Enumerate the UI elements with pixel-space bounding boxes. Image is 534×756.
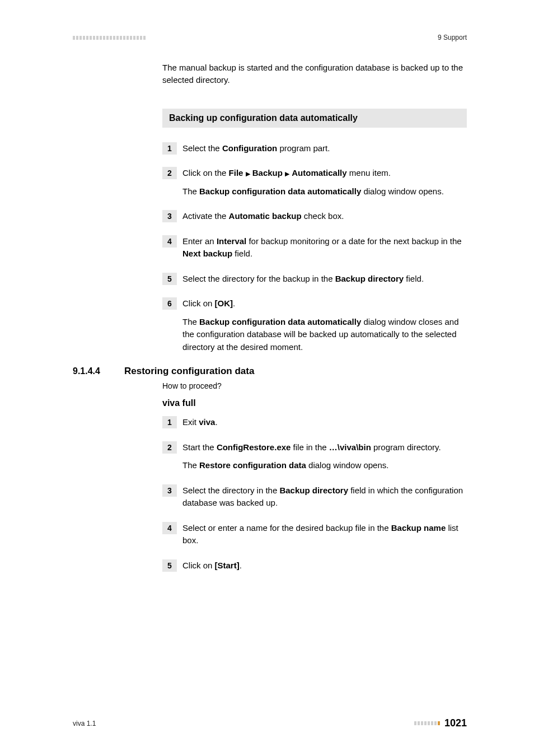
- step-text: Select the directory in the Backup direc…: [182, 484, 467, 510]
- subsection-number: 9.1.4.4: [73, 366, 124, 376]
- step-body: Enter an Interval for backup monitoring …: [182, 235, 467, 260]
- step-text: Click on the File ▶ Backup ▶ Automatical…: [182, 167, 467, 180]
- step-text: The Restore configuration data dialog wi…: [182, 459, 467, 472]
- step-text: The Backup configuration data automatica…: [182, 185, 467, 198]
- step-text: Activate the Automatic backup check box.: [182, 210, 467, 223]
- step-text: Enter an Interval for backup monitoring …: [182, 235, 467, 260]
- footer-right: 1021: [414, 717, 467, 729]
- step-body: Select or enter a name for the desired b…: [182, 522, 467, 547]
- step: 1Select the Configuration program part.: [162, 142, 467, 155]
- step-text: Exit viva.: [182, 416, 467, 429]
- step-number: 5: [162, 273, 177, 285]
- step: 1Exit viva.: [162, 416, 467, 429]
- step-body: Click on the File ▶ Backup ▶ Automatical…: [182, 167, 467, 198]
- step-text: Select the Configuration program part.: [182, 142, 467, 155]
- step-body: Click on [Start].: [182, 559, 467, 572]
- step: 2Start the ConfigRestore.exe file in the…: [162, 441, 467, 472]
- page-header: 9 Support: [73, 34, 467, 41]
- header-section-label: 9 Support: [438, 34, 467, 41]
- subsection-heading-row: 9.1.4.4 Restoring configuration data: [73, 366, 467, 377]
- step: 5Click on [Start].: [162, 559, 467, 572]
- steps-list-2: 1Exit viva.2Start the ConfigRestore.exe …: [162, 416, 467, 572]
- step: 4Select or enter a name for the desired …: [162, 522, 467, 547]
- page: 9 Support The manual backup is started a…: [0, 0, 534, 756]
- step-text: Click on [OK].: [182, 297, 467, 310]
- steps-list-1: 1Select the Configuration program part.2…: [162, 142, 467, 354]
- content-area: The manual backup is started and the con…: [162, 62, 467, 572]
- step-text: Select the directory for the backup in t…: [182, 273, 467, 286]
- step-number: 4: [162, 522, 177, 534]
- step-number: 1: [162, 142, 177, 155]
- step-body: Select the Configuration program part.: [182, 142, 467, 155]
- step: 5Select the directory for the backup in …: [162, 273, 467, 286]
- footer-version: viva 1.1: [73, 720, 96, 727]
- how-to-proceed: How to proceed?: [162, 381, 467, 390]
- step-body: Start the ConfigRestore.exe file in the …: [182, 441, 467, 472]
- step: 3Select the directory in the Backup dire…: [162, 484, 467, 510]
- subsection-title: Restoring configuration data: [124, 366, 254, 377]
- step-body: Select the directory for the backup in t…: [182, 273, 467, 286]
- step-number: 3: [162, 210, 177, 222]
- step: 2Click on the File ▶ Backup ▶ Automatica…: [162, 167, 467, 198]
- step: 3Activate the Automatic backup check box…: [162, 210, 467, 223]
- footer-decoration: [414, 721, 440, 725]
- section-heading: Backing up configuration data automatica…: [162, 109, 467, 128]
- step-number: 6: [162, 297, 177, 310]
- step: 6Click on [OK].The Backup configuration …: [162, 297, 467, 353]
- intro-text: The manual backup is started and the con…: [162, 62, 467, 86]
- step-body: Exit viva.: [182, 416, 467, 429]
- step-body: Select the directory in the Backup direc…: [182, 484, 467, 510]
- page-number: 1021: [444, 717, 467, 729]
- viva-full-label: viva full: [162, 398, 467, 408]
- step-number: 5: [162, 559, 177, 572]
- step-text: The Backup configuration data automatica…: [182, 316, 467, 354]
- step-number: 2: [162, 167, 177, 179]
- header-decoration: [73, 36, 146, 40]
- page-footer: viva 1.1 1021: [73, 717, 467, 729]
- step-number: 2: [162, 441, 177, 454]
- step-body: Activate the Automatic backup check box.: [182, 210, 467, 223]
- step-text: Select or enter a name for the desired b…: [182, 522, 467, 547]
- step-number: 1: [162, 416, 177, 428]
- step-body: Click on [OK].The Backup configuration d…: [182, 297, 467, 353]
- step-number: 4: [162, 235, 177, 248]
- step-text: Start the ConfigRestore.exe file in the …: [182, 441, 467, 454]
- step-text: Click on [Start].: [182, 559, 467, 572]
- step: 4Enter an Interval for backup monitoring…: [162, 235, 467, 260]
- step-number: 3: [162, 484, 177, 497]
